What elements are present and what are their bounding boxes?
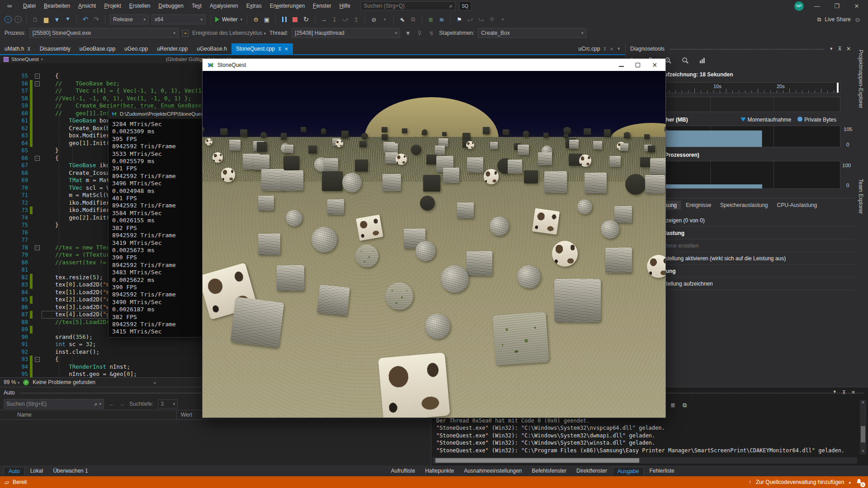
configuration-dropdown[interactable]: Release▾: [110, 14, 149, 24]
redo-icon[interactable]: ↷: [92, 15, 100, 23]
bookmark-icon[interactable]: ⚑: [455, 15, 463, 23]
close-icon[interactable]: ✕: [851, 389, 855, 395]
stop-debugging-icon[interactable]: [291, 15, 299, 23]
close-icon[interactable]: ✕: [610, 47, 613, 52]
column-name[interactable]: Name: [17, 412, 32, 418]
panel-tab-auto[interactable]: Auto: [4, 467, 25, 475]
navigate-cursor-icon[interactable]: ⬉: [398, 15, 406, 23]
open-folder-icon[interactable]: ▆: [42, 15, 50, 23]
navigate-back-icon[interactable]: ‹: [5, 16, 12, 23]
filter-threads-icon[interactable]: ▼: [404, 29, 412, 37]
bookmark-overflow-icon[interactable]: ▾: [499, 15, 507, 23]
panel-tab-befehlsfenster[interactable]: Befehlsfenster: [527, 467, 571, 475]
step-out-icon[interactable]: ↥: [352, 15, 360, 23]
pin-icon[interactable]: ⊼: [27, 47, 30, 52]
game-minimize-button[interactable]: [619, 66, 624, 67]
clear-bookmarks-icon[interactable]: ⯑: [488, 15, 496, 23]
tab-disassembly[interactable]: Disassembly: [35, 43, 75, 54]
step-into-icon[interactable]: ↧: [330, 15, 339, 23]
menu-extras[interactable]: Extras: [242, 0, 266, 12]
game-maximize-button[interactable]: [636, 63, 640, 67]
menu-debuggen[interactable]: Debuggen: [155, 0, 188, 12]
lifecycle-icon[interactable]: ⌁: [182, 30, 189, 37]
doc-well-dropdown-icon[interactable]: ▼: [617, 47, 621, 51]
window-minimize-button[interactable]: —: [810, 3, 824, 9]
frame-capture-icon[interactable]: ▣: [263, 15, 271, 23]
menu-test[interactable]: Test: [188, 0, 206, 12]
notifications-bell-icon[interactable]: 1: [855, 478, 863, 486]
tab-projektmappen-explorer[interactable]: Projektmappen-Explorer: [858, 50, 864, 108]
game-3d-viewport[interactable]: [203, 71, 665, 418]
output-vertical-scrollbar[interactable]: ▲ ▼: [860, 400, 866, 455]
restart-icon[interactable]: ↻: [302, 15, 310, 23]
game-title-bar[interactable]: StoneQuest ✕: [203, 59, 665, 71]
panel-tab-ausnahmeeinstellungen[interactable]: Ausnahmeeinstellungen: [459, 467, 526, 475]
search-forward-icon[interactable]: →: [119, 401, 125, 408]
scrollbar-thumb[interactable]: [861, 426, 865, 442]
unfilter-threads-icon[interactable]: ⊽: [415, 29, 424, 37]
menu-erstellen[interactable]: Erstellen: [125, 0, 155, 12]
word-wrap-icon[interactable]: ≣: [670, 402, 675, 409]
pin-icon[interactable]: ⊼: [838, 46, 842, 52]
output-horizontal-scrollbar[interactable]: [433, 457, 857, 464]
break-all-icon[interactable]: [280, 15, 288, 23]
thread-dropdown[interactable]: [25408] Hauptthread▾: [292, 28, 400, 38]
feedback-icon[interactable]: ☺: [854, 16, 861, 23]
fold-marker[interactable]: −: [33, 155, 42, 162]
panel-tab-aufrufliste[interactable]: Aufrufliste: [387, 467, 420, 475]
clone-code-icon[interactable]: ⧉: [409, 15, 417, 23]
menu-hilfe[interactable]: Hilfe: [335, 0, 354, 12]
continue-button[interactable]: Weiter▾: [215, 16, 242, 23]
watch-search-input[interactable]: Suchen (Strg+E) ⌕ ▾: [4, 399, 104, 409]
game-window[interactable]: StoneQuest ✕: [202, 58, 666, 418]
pin-icon[interactable]: ⊼: [278, 47, 281, 52]
close-icon[interactable]: ✕: [284, 47, 288, 52]
panel-tab-überwachen-1[interactable]: Überwachen 1: [48, 467, 92, 475]
close-icon[interactable]: ✕: [846, 46, 851, 52]
navbar-project-dropdown[interactable]: StoneQuest▾: [11, 56, 55, 62]
tab-urender-cpp[interactable]: uRender.cpp: [152, 43, 192, 54]
tab-ucrc-cpp[interactable]: uCrc.cpp ⊼ ✕ ▼: [574, 43, 625, 54]
timeline-current-marker[interactable]: [837, 83, 839, 93]
diag-tab-speicherauslastung[interactable]: Speicherauslastung: [716, 201, 772, 210]
menu-analysieren[interactable]: Analysieren: [206, 0, 242, 12]
menu-ansicht[interactable]: Ansicht: [74, 0, 100, 12]
new-file-icon[interactable]: 🗋: [31, 15, 39, 23]
undo-icon[interactable]: ↶: [81, 15, 90, 23]
panel-tab-ausgabe[interactable]: Ausgabe: [613, 467, 644, 475]
output-log[interactable]: Der Thread 0x5ea0 hat mit Code 0 (0x0) g…: [436, 417, 854, 454]
watch-empty-body[interactable]: [0, 420, 430, 463]
panel-tab-lokal[interactable]: Lokal: [26, 467, 48, 475]
panel-tab-direktfenster[interactable]: Direktfenster: [572, 467, 612, 475]
tab-team-explorer[interactable]: Team Explorer: [858, 179, 864, 214]
add-to-source-control-button[interactable]: Zur Quellcodeverwaltung hinzufügen: [756, 479, 844, 485]
save-icon[interactable]: ▼: [53, 15, 61, 23]
fold-marker[interactable]: −: [33, 80, 42, 88]
pin-icon[interactable]: ⊼: [603, 47, 606, 52]
comment-lines-icon[interactable]: ≋: [438, 15, 446, 23]
menu-projekt[interactable]: Projekt: [100, 0, 125, 12]
editor-zoom-dropdown[interactable]: 99 % ▾: [4, 379, 19, 385]
diag-tab-ereignisse[interactable]: Ereignisse: [682, 201, 715, 210]
platform-dropdown[interactable]: x64▾: [151, 14, 206, 24]
menu-erweiterungen[interactable]: Erweiterungen: [266, 0, 309, 12]
quick-search-box[interactable]: Suchen (Strg+Q) ⌕: [361, 1, 456, 10]
navigate-forward-icon[interactable]: ›: [14, 16, 22, 23]
menu-fenster[interactable]: Fenster: [309, 0, 335, 12]
line-indent-icon[interactable]: ≣: [427, 15, 435, 23]
lifecycle-dropdown[interactable]: Ereignisse des Lebenszyklus ▾: [192, 30, 266, 36]
process-dropdown[interactable]: [25580] StoneQuest.exe▾: [29, 28, 179, 38]
window-restore-button[interactable]: ❐: [830, 3, 844, 9]
scroll-down-icon[interactable]: ▼: [860, 449, 866, 455]
tab-stonequest-cpp[interactable]: StoneQuest.cpp⊼✕: [231, 43, 293, 54]
search-back-icon[interactable]: ←: [108, 401, 114, 408]
pin-icon[interactable]: ⊼: [842, 389, 846, 395]
flag-thread-icon[interactable]: ↯: [427, 29, 435, 37]
clear-output-icon[interactable]: ⧉: [683, 402, 687, 409]
toolbar-overflow-icon[interactable]: ▾: [381, 15, 389, 23]
chart-options-icon[interactable]: [699, 57, 706, 64]
scroll-up-icon[interactable]: ▲: [860, 400, 866, 405]
window-close-button[interactable]: ✕: [850, 3, 863, 9]
prev-bookmark-icon[interactable]: ⮐: [466, 15, 474, 23]
user-avatar[interactable]: NP: [794, 1, 804, 11]
